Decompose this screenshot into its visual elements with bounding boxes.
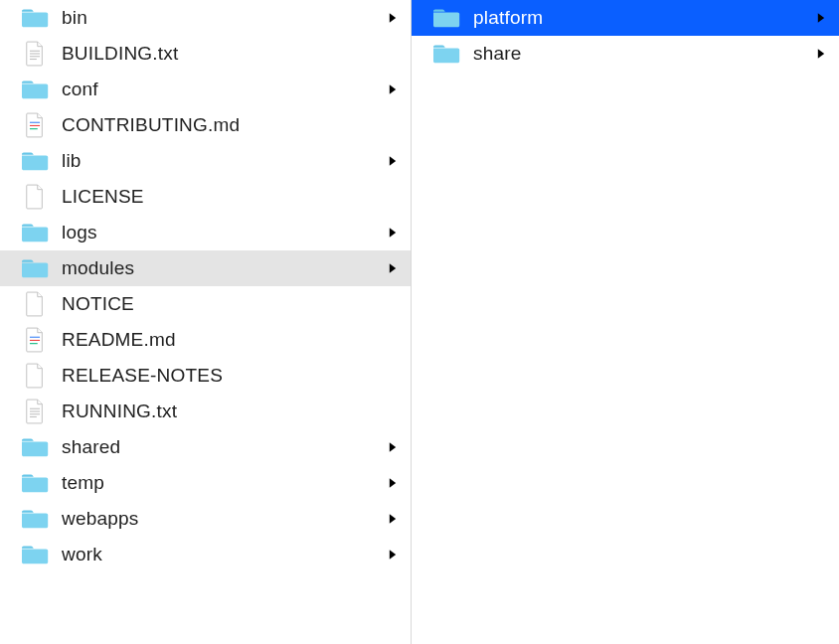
item-label: lib [62,150,373,172]
text-file-icon [20,400,50,423]
text-file-icon [20,42,50,66]
item-label: CONTRIBUTING.md [62,114,401,136]
folder-icon [20,6,50,30]
finder-item[interactable]: logs [0,215,411,250]
folder-icon [20,471,50,495]
finder-item[interactable]: RUNNING.txt [0,394,411,429]
finder-item[interactable]: temp [0,465,411,501]
markdown-file-icon [20,113,50,137]
item-label: temp [62,472,373,494]
finder-item[interactable]: platform [412,0,839,36]
finder-item[interactable]: NOTICE [0,286,411,322]
folder-icon [20,543,50,566]
finder-item[interactable]: RELEASE-NOTES [0,358,411,394]
expand-arrow-icon [385,225,401,241]
item-label: webapps [62,508,373,530]
finder-column-1: binBUILDING.txtconfCONTRIBUTING.mdlibLIC… [0,0,412,644]
finder-item[interactable]: share [412,36,839,72]
folder-icon [20,221,50,244]
finder-item[interactable]: lib [0,143,411,179]
folder-icon [431,6,461,30]
finder-item[interactable]: BUILDING.txt [0,36,411,72]
item-label: platform [473,7,801,29]
finder-item[interactable]: conf [0,72,411,107]
finder-item[interactable]: CONTRIBUTING.md [0,107,411,143]
expand-arrow-icon [813,46,829,62]
finder-item[interactable]: bin [0,0,411,36]
expand-arrow-icon [385,475,401,491]
finder-item[interactable]: modules [0,250,411,286]
folder-icon [20,256,50,280]
item-label: conf [62,79,373,100]
item-label: share [473,43,801,65]
folder-icon [20,149,50,173]
file-icon [20,364,50,388]
item-label: BUILDING.txt [62,43,401,65]
folder-icon [20,435,50,459]
finder-column-2: platformshare [412,0,839,644]
item-label: RELEASE-NOTES [62,365,401,387]
finder-column-view: binBUILDING.txtconfCONTRIBUTING.mdlibLIC… [0,0,839,644]
markdown-file-icon [20,328,50,352]
expand-arrow-icon [813,10,829,26]
item-label: logs [62,222,373,243]
folder-icon [431,42,461,66]
folder-icon [20,507,50,531]
expand-arrow-icon [385,511,401,527]
item-label: modules [62,257,373,279]
finder-item[interactable]: README.md [0,322,411,358]
finder-item[interactable]: LICENSE [0,179,411,215]
folder-icon [20,78,50,101]
item-label: shared [62,436,373,458]
expand-arrow-icon [385,547,401,563]
item-label: bin [62,7,373,29]
expand-arrow-icon [385,153,401,169]
finder-item[interactable]: shared [0,429,411,465]
expand-arrow-icon [385,260,401,276]
item-label: LICENSE [62,186,401,208]
item-label: work [62,544,373,565]
expand-arrow-icon [385,81,401,97]
item-label: NOTICE [62,293,401,315]
file-icon [20,185,50,209]
expand-arrow-icon [385,10,401,26]
item-label: RUNNING.txt [62,401,401,422]
item-label: README.md [62,329,401,351]
expand-arrow-icon [385,439,401,455]
file-icon [20,292,50,316]
finder-item[interactable]: work [0,537,411,572]
finder-item[interactable]: webapps [0,501,411,537]
